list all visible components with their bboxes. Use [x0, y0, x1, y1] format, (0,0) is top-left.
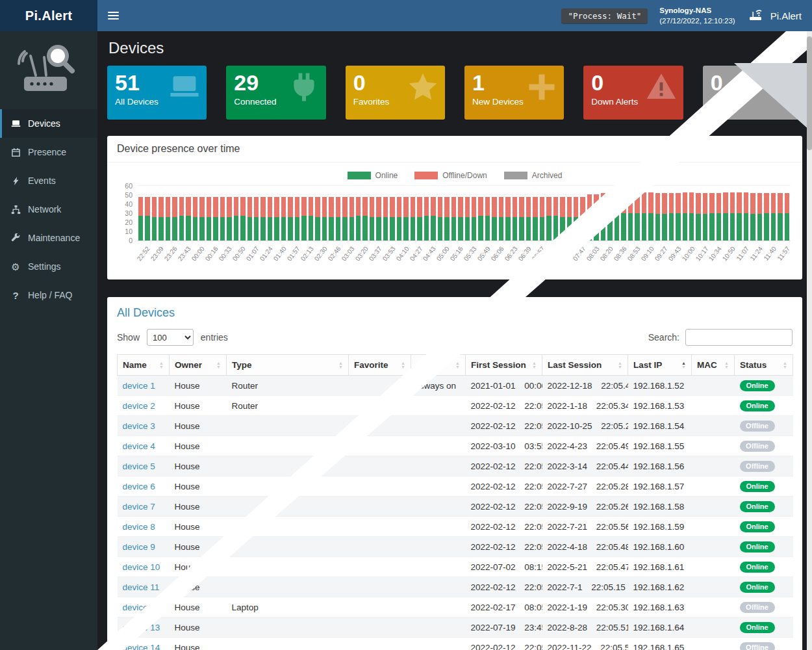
sidebar-item-settings[interactable]: ⚙Settings [0, 252, 97, 281]
chart-bar [472, 187, 476, 240]
chart-bar [662, 187, 666, 240]
device-link[interactable]: device 12 [123, 603, 160, 612]
cell-owner: House [170, 396, 227, 416]
entries-select[interactable]: 100 [147, 329, 194, 346]
chart-bar [309, 187, 313, 240]
device-link[interactable]: device 9 [123, 542, 155, 552]
device-link[interactable]: device 7 [123, 502, 155, 512]
x-tick-label: 08:36 [612, 245, 628, 262]
sidebar-item-events[interactable]: Events [0, 166, 97, 195]
cell-last-ip: 192.168.1.59 [628, 517, 692, 537]
sidebar-item-maintenance[interactable]: Maintenance [0, 224, 97, 252]
sidebar-item-devices[interactable]: Devices [0, 109, 97, 138]
x-tick-label: 04:10 [394, 245, 410, 262]
y-tick-label: 40 [125, 200, 133, 208]
presence-chart: OnlineOffline/DownArchived 0102030405060… [107, 162, 802, 280]
plug-icon [288, 72, 320, 103]
app-logo[interactable]: Pi.Alert [0, 0, 97, 31]
chart-bar [513, 187, 517, 240]
device-link[interactable]: device 2 [123, 401, 155, 411]
device-link[interactable]: device 8 [123, 522, 155, 532]
legend-label: Archived [532, 171, 563, 180]
cell-group: Always on [411, 376, 466, 396]
device-link[interactable]: device 3 [123, 421, 155, 431]
chart-bar [560, 187, 565, 240]
device-link[interactable]: device 13 [123, 623, 160, 632]
cell-name: device 4 [118, 436, 170, 456]
cell-owner: House [170, 597, 227, 618]
x-tick-label: 02:30 [312, 245, 328, 262]
cell-last-session: 2022-3-14 22:05.44 [542, 456, 628, 476]
hamburger-menu-icon[interactable] [97, 0, 129, 31]
summary-card-new-devices[interactable]: 1New Devices [464, 66, 564, 120]
column-header-last-ip[interactable]: Last IP▲▼ [628, 355, 692, 376]
cell-first-session: 2022-03-10 03:55 [466, 436, 542, 456]
scrollbar [807, 31, 812, 650]
cell-first-session: 2022-02-12 22:05 [466, 577, 542, 597]
device-link[interactable]: device 6 [123, 482, 155, 491]
chart-bar [689, 187, 694, 240]
cell-mac [692, 577, 735, 597]
chart-bar [138, 187, 143, 240]
table-title: All Devices [117, 306, 793, 320]
cell-type [227, 436, 349, 456]
column-header-name[interactable]: Name▲▼ [118, 355, 170, 376]
sidebar-item-presence[interactable]: Presence [0, 138, 97, 166]
column-header-type[interactable]: Type▲▼ [227, 355, 349, 376]
summary-card-connected[interactable]: 29Connected [226, 66, 325, 120]
device-link[interactable]: device 11 [123, 582, 160, 592]
status-badge: Online [740, 541, 775, 552]
device-link[interactable]: device 1 [123, 381, 155, 391]
summary-card-down-alerts[interactable]: 0Down Alerts [583, 66, 683, 120]
summary-card-all-devices[interactable]: 51All Devices [107, 66, 207, 120]
cell-name: device 7 [118, 497, 170, 517]
device-link[interactable]: device 4 [123, 441, 155, 451]
column-header-owner[interactable]: Owner▲▼ [170, 355, 227, 376]
column-header-last-session[interactable]: Last Session▲▼ [542, 355, 628, 376]
chart-bar [362, 187, 367, 240]
chart-bar [730, 187, 735, 240]
cell-mac [692, 456, 735, 476]
table-row: device 6House2022-02-12 22:052022-7-27 2… [118, 476, 793, 497]
sidebar-item-network[interactable]: Network [0, 195, 97, 224]
column-header-status[interactable]: Status▲▼ [735, 355, 793, 376]
cell-last-ip: 192.168.1.62 [628, 577, 692, 597]
cell-status: Online [735, 376, 793, 396]
cell-group [411, 456, 466, 476]
cell-type [227, 577, 349, 597]
summary-card-archived[interactable]: 0Archived [703, 66, 802, 120]
chart-bar [478, 187, 483, 240]
chart-bar [580, 187, 585, 240]
scrollbar-thumb[interactable] [807, 36, 812, 150]
x-tick-label: 00:50 [231, 245, 247, 262]
cell-status: Online [735, 497, 793, 517]
device-link[interactable]: device 14 [123, 643, 160, 650]
cell-favorite [349, 638, 411, 650]
chart-bar [417, 187, 422, 240]
x-tick-label: 23:09 [149, 245, 165, 262]
network-icon [10, 204, 21, 214]
chart-bar [785, 187, 789, 240]
column-header-group[interactable]: Group▲▼ [411, 355, 466, 376]
device-link[interactable]: device 10 [123, 562, 160, 572]
table-row: device 10House2022-07-02 08:152022-5-21 … [118, 557, 793, 577]
chart-bars [137, 187, 791, 240]
device-link[interactable]: device 5 [123, 462, 155, 471]
summary-cards: 51All Devices29Connected0Favorites1New D… [107, 66, 802, 120]
chart-bar [696, 187, 700, 240]
cell-last-ip: 192.168.1.54 [628, 416, 692, 436]
calendar-icon [10, 147, 21, 157]
x-tick-label: 06:57 [531, 245, 546, 262]
x-tick-label: 02:13 [299, 245, 315, 262]
column-header-favorite[interactable]: Favorite▲▼ [349, 355, 411, 376]
x-tick-label: 09:10 [639, 245, 655, 262]
chart-bar [186, 187, 190, 240]
summary-card-favorites[interactable]: 0Favorites [346, 66, 445, 120]
sidebar-item-help-faq[interactable]: ?Help / FAQ [0, 281, 97, 309]
chart-bar [166, 187, 170, 240]
search-input[interactable] [685, 329, 793, 346]
x-tick-label: 10:00 [680, 245, 696, 262]
column-header-mac[interactable]: MAC▲▼ [692, 355, 735, 376]
main-content: Devices 51All Devices29Connected0Favorit… [97, 31, 812, 650]
column-header-first-session[interactable]: First Session▲▼ [466, 355, 542, 376]
